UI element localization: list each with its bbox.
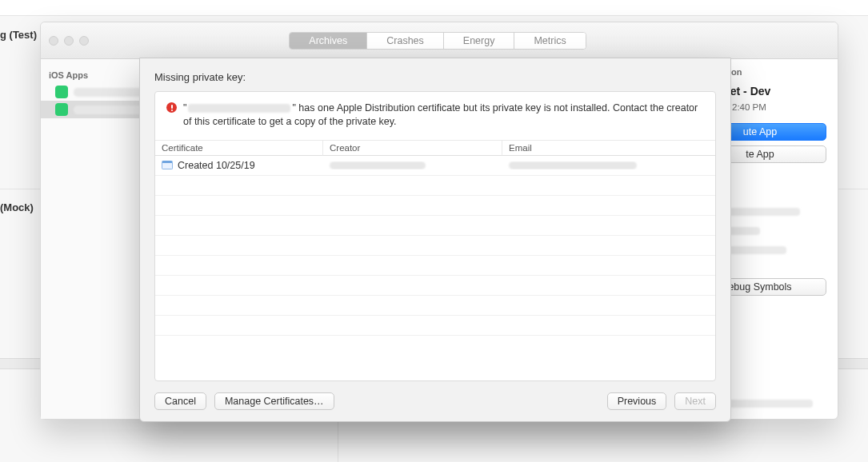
cancel-button[interactable]: Cancel bbox=[154, 392, 206, 410]
cell-certificate: Created 10/25/19 bbox=[155, 160, 323, 171]
empty-row bbox=[155, 276, 715, 296]
tab-energy[interactable]: Energy bbox=[444, 33, 515, 49]
col-creator[interactable]: Creator bbox=[323, 141, 502, 156]
certificate-list-box: "" has one Apple Distribution certificat… bbox=[154, 91, 716, 381]
alert-message: "" has one Apple Distribution certificat… bbox=[183, 102, 704, 129]
empty-row bbox=[155, 216, 715, 236]
col-email[interactable]: Email bbox=[502, 141, 715, 156]
error-icon bbox=[166, 102, 177, 113]
empty-row bbox=[155, 236, 715, 256]
background-label-mock: (Mock) bbox=[0, 201, 34, 213]
col-certificate[interactable]: Certificate bbox=[155, 141, 323, 156]
app-icon bbox=[55, 86, 68, 98]
alert-row: "" has one Apple Distribution certificat… bbox=[155, 92, 715, 140]
minimize-window-button[interactable] bbox=[64, 36, 74, 46]
traffic-lights bbox=[49, 36, 89, 46]
redacted-text bbox=[188, 104, 290, 113]
previous-button[interactable]: Previous bbox=[607, 392, 667, 410]
table-row[interactable]: Created 10/25/19 bbox=[155, 156, 715, 176]
sheet-title: Missing private key: bbox=[154, 71, 716, 83]
empty-row bbox=[155, 296, 715, 316]
certificate-icon bbox=[162, 161, 173, 169]
redacted-text bbox=[509, 161, 637, 169]
manage-certificates-button[interactable]: Manage Certificates… bbox=[214, 392, 334, 410]
empty-row bbox=[155, 316, 715, 336]
alert-quote-open: " bbox=[183, 102, 186, 114]
table-header: Certificate Creator Email bbox=[155, 140, 715, 156]
background-header-strip bbox=[0, 0, 868, 16]
cell-certificate-text: Created 10/25/19 bbox=[178, 160, 255, 171]
background-label-test: g (Test) bbox=[0, 29, 37, 41]
titlebar: Archives Crashes Energy Metrics bbox=[41, 22, 838, 59]
toolbar-segmented-control: Archives Crashes Energy Metrics bbox=[289, 32, 586, 50]
redacted-text bbox=[330, 161, 426, 169]
cell-email bbox=[502, 161, 715, 169]
certificate-table: Certificate Creator Email Created 10/25/… bbox=[155, 140, 715, 380]
next-button: Next bbox=[674, 392, 716, 410]
sheet-button-bar: Cancel Manage Certificates… Previous Nex… bbox=[154, 389, 716, 410]
empty-row bbox=[155, 176, 715, 196]
close-window-button[interactable] bbox=[49, 36, 58, 46]
missing-private-key-sheet: Missing private key: "" has one Apple Di… bbox=[139, 58, 731, 422]
tab-crashes[interactable]: Crashes bbox=[367, 33, 444, 49]
cell-creator bbox=[323, 161, 502, 169]
tab-archives[interactable]: Archives bbox=[290, 33, 367, 49]
tab-metrics[interactable]: Metrics bbox=[514, 33, 585, 49]
zoom-window-button[interactable] bbox=[79, 36, 89, 46]
empty-row bbox=[155, 196, 715, 216]
empty-row bbox=[155, 256, 715, 276]
table-body: Created 10/25/19 bbox=[155, 156, 715, 380]
app-icon bbox=[55, 103, 68, 116]
